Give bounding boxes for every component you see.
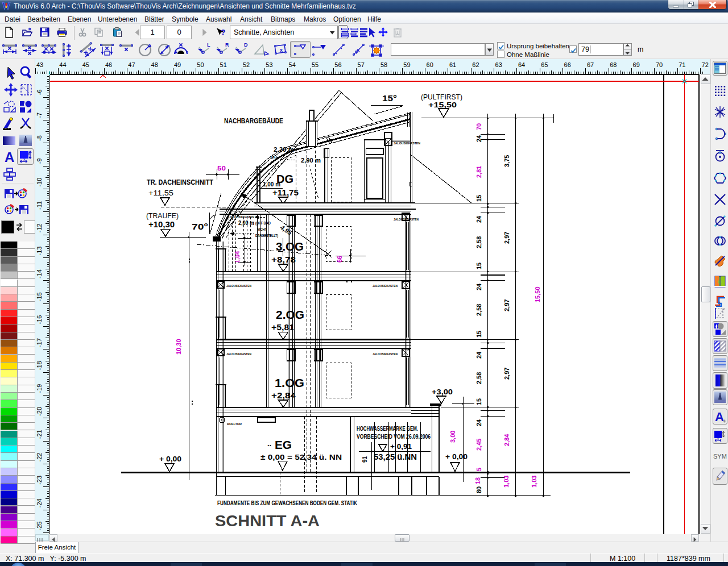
svg-text:15°: 15° <box>382 94 397 103</box>
svg-text:67: 67 <box>587 61 594 68</box>
svg-text:-12: -12 <box>36 223 43 232</box>
svg-text:50: 50 <box>217 165 226 172</box>
svg-text:JALOUSIEKASTEN: JALOUSIEKASTEN <box>226 284 251 288</box>
svg-text:R: R <box>225 42 229 48</box>
svg-text:18: 18 <box>474 477 481 484</box>
svg-text:(PULTFIRST): (PULTFIRST) <box>421 93 462 101</box>
svg-text:+8,78: +8,78 <box>271 255 296 264</box>
svg-text:48: 48 <box>151 61 158 68</box>
svg-text:x: x <box>717 437 719 440</box>
svg-text:JALOUSIEKASTEN: JALOUSIEKASTEN <box>373 352 398 356</box>
svg-text:3.OG: 3.OG <box>276 240 304 253</box>
svg-text:70: 70 <box>656 61 663 68</box>
svg-text:± 0,00 = 52,34 ü. NN: ± 0,00 = 52,34 ü. NN <box>260 453 342 461</box>
svg-text:3,75: 3,75 <box>503 155 510 167</box>
svg-text:A: A <box>715 410 724 423</box>
svg-text:-22: -22 <box>36 453 43 462</box>
svg-text:46: 46 <box>105 61 112 68</box>
svg-text:x: x <box>280 47 283 53</box>
svg-text:NACHBARGEBÄUDE: NACHBARGEBÄUDE <box>224 116 283 125</box>
svg-text:62: 62 <box>472 61 479 68</box>
svg-text:-23: -23 <box>36 476 43 485</box>
svg-text:-20: -20 <box>36 407 43 416</box>
svg-text:-19: -19 <box>36 384 43 393</box>
svg-text:A: A <box>5 150 14 164</box>
svg-text:NICHT: NICHT <box>257 227 267 232</box>
svg-text:53,25 ü.NN: 53,25 ü.NN <box>374 452 417 461</box>
svg-text:(DFF BAD: (DFF BAD <box>255 220 271 226</box>
svg-text:70: 70 <box>475 123 482 130</box>
svg-text:2,97: 2,97 <box>503 232 510 244</box>
svg-text:51: 51 <box>220 61 227 68</box>
svg-text:L: L <box>207 42 210 48</box>
svg-text:JALOUSIEKASTEN: JALOUSIEKASTEN <box>373 284 398 288</box>
svg-text:-25: -25 <box>36 522 43 531</box>
svg-text:2,84: 2,84 <box>503 434 510 446</box>
svg-text:60: 60 <box>427 61 433 68</box>
svg-text:?: ? <box>221 28 226 37</box>
svg-text:-14: -14 <box>36 269 43 278</box>
svg-text:+3,00: +3,00 <box>432 388 453 396</box>
svg-text:EG: EG <box>275 439 292 451</box>
svg-text:JALOUSIEKASTEN: JALOUSIEKASTEN <box>394 218 419 221</box>
svg-text:54: 54 <box>289 61 296 68</box>
svg-text:69: 69 <box>633 61 640 68</box>
svg-text:-24: -24 <box>36 498 43 507</box>
svg-text:TR. DACHEINSCHNITT: TR. DACHEINSCHNITT <box>147 178 214 186</box>
svg-text:DFF: DFF <box>271 155 278 159</box>
svg-text:2,90 m: 2,90 m <box>301 157 321 164</box>
svg-text:DG: DG <box>276 172 293 185</box>
svg-text:-10: -10 <box>36 178 43 187</box>
svg-text:-17: -17 <box>36 338 43 347</box>
svg-text:24: 24 <box>475 215 482 223</box>
svg-text:58: 58 <box>380 61 387 68</box>
svg-text:-15: -15 <box>36 292 43 301</box>
svg-text:2,97: 2,97 <box>503 299 510 311</box>
svg-text:D: D <box>244 42 248 48</box>
svg-text:SCHNITT A-A: SCHNITT A-A <box>215 512 320 530</box>
svg-text:2,58: 2,58 <box>475 236 482 248</box>
svg-text:72: 72 <box>702 61 709 68</box>
svg-text:63: 63 <box>495 61 502 68</box>
svg-text:2,58: 2,58 <box>475 372 482 384</box>
svg-text:+5,81: +5,81 <box>271 322 294 332</box>
svg-text:68: 68 <box>610 61 617 68</box>
svg-text:-13: -13 <box>36 247 43 256</box>
svg-text:1,03: 1,03 <box>531 476 537 488</box>
svg-text:JALOUSIEKASTEN: JALOUSIEKASTEN <box>394 142 420 145</box>
svg-text:24: 24 <box>475 283 482 290</box>
svg-text:70°: 70° <box>192 222 208 231</box>
svg-text:-16: -16 <box>36 315 43 324</box>
svg-text:15: 15 <box>475 331 482 338</box>
svg-text:x: x <box>722 432 723 435</box>
svg-text:(TRAUFE): (TRAUFE) <box>146 212 179 220</box>
svg-text:91: 91 <box>362 456 368 463</box>
svg-text:+15,50: +15,50 <box>428 101 457 109</box>
svg-text:61: 61 <box>449 61 456 68</box>
svg-text:66: 66 <box>564 61 571 68</box>
svg-text:10,30: 10,30 <box>175 339 182 355</box>
svg-text:ROLLTOR: ROLLTOR <box>227 422 242 426</box>
svg-text:..: .. <box>267 439 271 448</box>
svg-text:JALOUSIEKASTEN: JALOUSIEKASTEN <box>229 215 254 219</box>
svg-text:66: 66 <box>336 256 343 263</box>
svg-text:1,04: 1,04 <box>234 251 241 263</box>
svg-text:24: 24 <box>475 135 482 142</box>
svg-text:-11: -11 <box>36 201 43 210</box>
svg-text:+2,84: +2,84 <box>271 390 296 400</box>
svg-text:-8: -8 <box>36 135 43 141</box>
svg-text:2,97: 2,97 <box>503 368 510 380</box>
svg-text:VORBESCHEID VOM 26.09.2006: VORBESCHEID VOM 26.09.2006 <box>357 434 431 440</box>
svg-text:-9: -9 <box>36 158 43 164</box>
svg-text:15: 15 <box>475 263 482 269</box>
svg-text:x: x <box>23 157 26 161</box>
svg-text:-18: -18 <box>36 361 43 370</box>
svg-text:1,03: 1,03 <box>503 476 510 488</box>
svg-text:43: 43 <box>36 61 43 68</box>
svg-text:JALOUSIEKASTEN: JALOUSIEKASTEN <box>226 352 251 356</box>
svg-text:71: 71 <box>679 61 685 68</box>
svg-text:2,30 m: 2,30 m <box>274 146 294 153</box>
svg-text:49: 49 <box>174 61 181 68</box>
svg-text:3,00: 3,00 <box>449 431 456 443</box>
svg-text:-6: -6 <box>36 89 43 95</box>
